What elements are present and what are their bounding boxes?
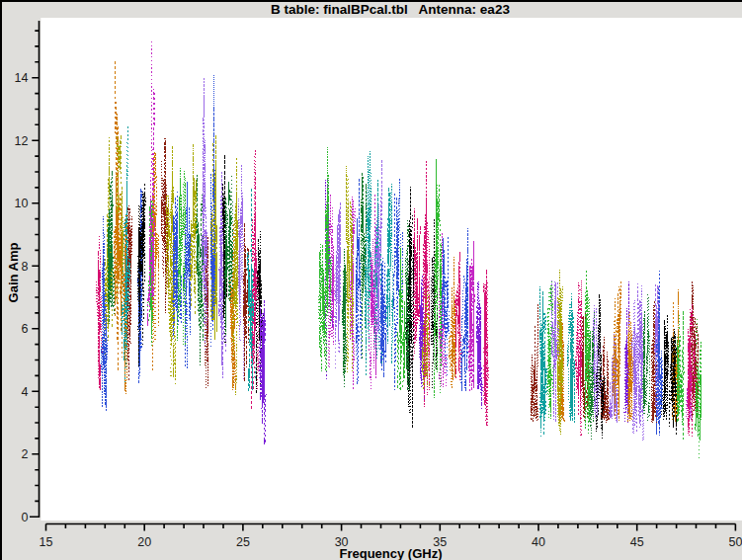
svg-text:B table: finalBPcal.tbl Ante: B table: finalBPcal.tbl Antenna: ea23 [271,2,510,17]
svg-text:45: 45 [630,535,644,549]
svg-text:40: 40 [532,535,545,549]
svg-text:2: 2 [22,447,29,461]
svg-text:0: 0 [22,511,29,524]
svg-text:50: 50 [728,535,742,549]
svg-text:10: 10 [15,197,29,210]
svg-text:8: 8 [22,260,29,274]
svg-text:20: 20 [137,535,151,549]
svg-text:25: 25 [236,535,250,549]
svg-text:6: 6 [22,322,29,336]
svg-text:12: 12 [15,134,29,148]
svg-text:4: 4 [22,385,29,399]
svg-text:Gain Amp: Gain Amp [6,242,21,302]
svg-text:Frequency (GHz): Frequency (GHz) [339,546,442,560]
svg-text:15: 15 [40,535,53,549]
svg-text:14: 14 [15,71,29,85]
